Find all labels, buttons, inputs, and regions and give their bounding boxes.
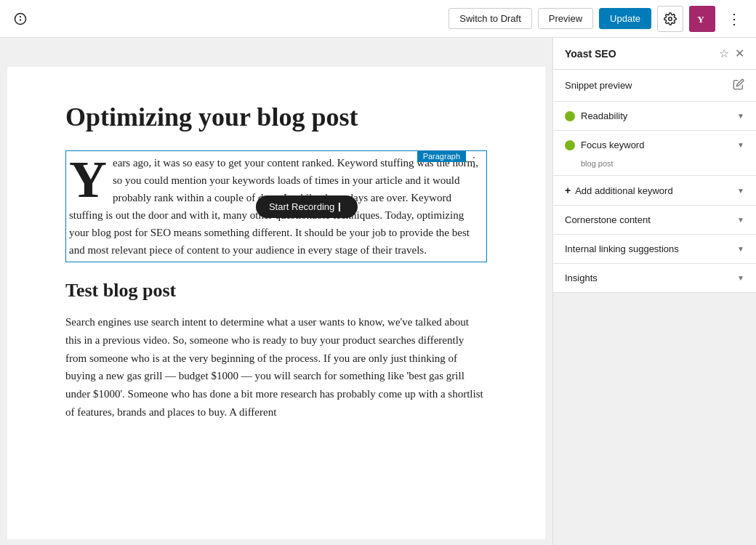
insights-chevron-icon: ▼ bbox=[737, 274, 744, 282]
toolbar-left bbox=[9, 7, 443, 31]
insights-header[interactable]: Insights ▼ bbox=[553, 264, 756, 292]
focus-keyword-section: Focus keyword ▼ blog post bbox=[553, 131, 756, 176]
cornerstone-section: Cornerstone content ▼ bbox=[553, 206, 756, 235]
focus-keyword-status-dot bbox=[565, 140, 575, 150]
add-keyword-chevron-icon: ▼ bbox=[737, 187, 744, 195]
cursor-icon bbox=[339, 203, 345, 211]
insights-section: Insights ▼ bbox=[553, 264, 756, 293]
readability-header[interactable]: Readability ▼ bbox=[553, 102, 756, 130]
add-keyword-label: Add additional keyword bbox=[575, 185, 733, 196]
info-icon[interactable] bbox=[9, 7, 32, 31]
snippet-preview-header[interactable]: Snippet preview bbox=[553, 70, 756, 101]
yoast-plugin-button[interactable]: Y bbox=[689, 6, 715, 32]
switch-to-draft-button[interactable]: Switch to Draft bbox=[449, 8, 532, 29]
internal-linking-label: Internal linking suggestions bbox=[565, 243, 731, 254]
more-options-button[interactable]: ⋮ bbox=[721, 6, 747, 32]
cornerstone-header[interactable]: Cornerstone content ▼ bbox=[553, 206, 756, 234]
post-title[interactable]: Optimizing your blog post bbox=[65, 102, 487, 133]
settings-button[interactable] bbox=[657, 6, 683, 32]
toolbar: Switch to Draft Preview Update Y ⋮ bbox=[0, 0, 756, 38]
editor-area[interactable]: Optimizing your blog post Paragraph ⋮ Y … bbox=[0, 38, 552, 545]
cornerstone-chevron-icon: ▼ bbox=[737, 216, 744, 224]
toolbar-right: Switch to Draft Preview Update Y ⋮ bbox=[449, 6, 747, 32]
svg-text:Y: Y bbox=[697, 14, 704, 25]
sidebar-empty-area bbox=[553, 293, 756, 545]
paragraph-block[interactable]: Paragraph ⋮ Y ears ago, it was so easy t… bbox=[65, 150, 487, 262]
yoast-close-icon[interactable]: ✕ bbox=[735, 47, 744, 60]
readability-chevron-icon: ▼ bbox=[737, 112, 744, 120]
readability-section: Readability ▼ bbox=[553, 102, 756, 131]
preview-button[interactable]: Preview bbox=[538, 8, 593, 29]
focus-keyword-label: Focus keyword bbox=[581, 140, 731, 150]
yoast-panel-title: Yoast SEO bbox=[565, 48, 713, 60]
readability-label: Readability bbox=[581, 110, 731, 121]
internal-linking-chevron-icon: ▼ bbox=[737, 245, 744, 253]
snippet-preview-label: Snippet preview bbox=[565, 80, 733, 91]
focus-keyword-value: blog post bbox=[553, 159, 756, 175]
plus-icon: + bbox=[565, 185, 571, 196]
section2-title[interactable]: Test blog post bbox=[65, 280, 487, 302]
yoast-panel-header: Yoast SEO ☆ ✕ bbox=[553, 38, 756, 70]
readability-status-dot bbox=[565, 111, 575, 121]
update-button[interactable]: Update bbox=[599, 8, 651, 29]
start-recording-button[interactable]: Start Recording bbox=[256, 195, 358, 218]
drop-cap-letter: Y bbox=[69, 154, 113, 199]
svg-point-3 bbox=[669, 17, 672, 20]
recording-label: Start Recording bbox=[269, 201, 334, 212]
snippet-preview-section: Snippet preview bbox=[553, 70, 756, 102]
section2-body[interactable]: Search engines use search intent to dete… bbox=[65, 313, 487, 421]
snippet-edit-icon[interactable] bbox=[733, 78, 744, 92]
focus-keyword-chevron-icon: ▼ bbox=[737, 141, 744, 149]
main-layout: Optimizing your blog post Paragraph ⋮ Y … bbox=[0, 38, 756, 545]
yoast-sidebar: Yoast SEO ☆ ✕ Snippet preview Readabilit… bbox=[552, 38, 756, 545]
add-keyword-section: + Add additional keyword ▼ bbox=[553, 176, 756, 206]
cornerstone-label: Cornerstone content bbox=[565, 214, 731, 225]
add-keyword-header[interactable]: + Add additional keyword ▼ bbox=[553, 176, 756, 205]
editor-canvas: Optimizing your blog post Paragraph ⋮ Y … bbox=[7, 67, 545, 539]
internal-linking-section: Internal linking suggestions ▼ bbox=[553, 235, 756, 264]
paragraph-label: Paragraph bbox=[417, 150, 466, 162]
insights-label: Insights bbox=[565, 272, 731, 283]
block-options-icon[interactable]: ⋮ bbox=[465, 153, 483, 171]
focus-keyword-header[interactable]: Focus keyword ▼ bbox=[553, 131, 756, 159]
yoast-star-icon[interactable]: ☆ bbox=[719, 47, 729, 60]
internal-linking-header[interactable]: Internal linking suggestions ▼ bbox=[553, 235, 756, 263]
